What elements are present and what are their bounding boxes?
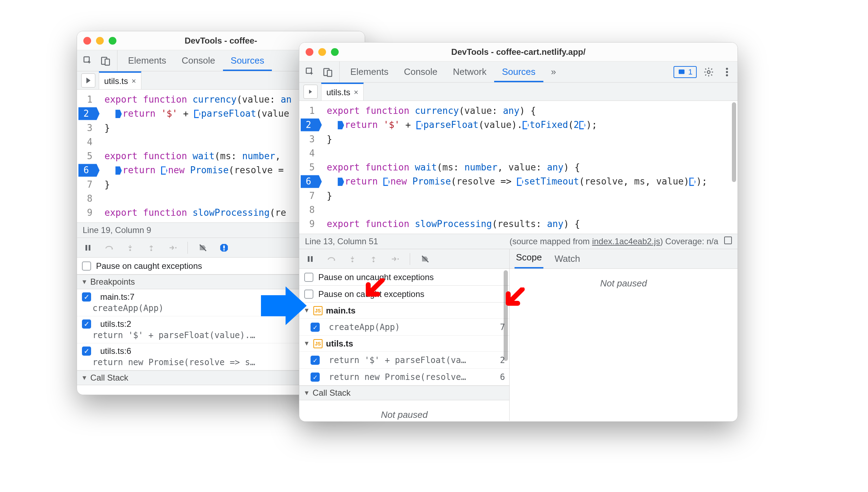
breakpoint-line[interactable]: ✓ return new Promise(resolve… 6 xyxy=(299,369,509,386)
breakpoint-file-node[interactable]: ▼ JS utils.ts xyxy=(299,336,509,352)
tab-console[interactable]: Console xyxy=(396,62,445,82)
deactivate-breakpoints-icon[interactable] xyxy=(419,253,431,265)
more-menu-icon[interactable] xyxy=(721,66,733,78)
editor-scrollbar[interactable] xyxy=(732,101,736,234)
svg-point-8 xyxy=(175,247,177,248)
not-paused-label: Not paused xyxy=(510,269,738,298)
svg-point-17 xyxy=(726,71,728,73)
tab-console[interactable]: Console xyxy=(174,50,223,71)
editor-statusbar: Line 13, Column 51 (source mapped from i… xyxy=(299,234,738,249)
devtools-window-right: DevTools - coffee-cart.netlify.app/ Elem… xyxy=(299,42,738,422)
device-toolbar-icon[interactable] xyxy=(99,54,112,67)
gutter[interactable]: 1 2 3 4 5 6 7 8 9 xyxy=(77,90,100,222)
breakpoint-line[interactable]: ✓ return '$' + parseFloat(va… 2 xyxy=(299,352,509,369)
pause-uncaught-row[interactable]: Pause on uncaught exceptions xyxy=(299,269,509,286)
close-tab-icon[interactable]: × xyxy=(354,88,358,97)
file-tab-label: utils.ts xyxy=(104,76,128,86)
close-tab-icon[interactable]: × xyxy=(132,77,136,86)
svg-point-15 xyxy=(707,71,710,73)
checkbox-icon[interactable]: ✓ xyxy=(311,356,320,365)
svg-rect-14 xyxy=(679,69,685,74)
debugger-toolbar xyxy=(299,249,509,269)
checkbox-icon[interactable]: ✓ xyxy=(82,347,91,356)
checkbox-icon[interactable]: ✓ xyxy=(82,292,91,302)
file-tabstrip: utils.ts × xyxy=(299,83,738,101)
svg-rect-13 xyxy=(327,70,332,77)
checkbox-icon[interactable]: ✓ xyxy=(82,319,91,329)
tab-scope[interactable]: Scope xyxy=(515,248,543,268)
tab-network[interactable]: Network xyxy=(445,62,494,82)
pause-icon[interactable] xyxy=(82,242,94,254)
svg-point-23 xyxy=(373,260,375,262)
tab-watch[interactable]: Watch xyxy=(553,249,582,268)
pause-exceptions-icon[interactable] xyxy=(218,242,230,254)
tab-sources[interactable]: Sources xyxy=(494,62,543,82)
svg-rect-19 xyxy=(308,256,309,262)
svg-point-18 xyxy=(726,74,728,76)
svg-point-24 xyxy=(397,258,399,260)
scope-watch-tabs: Scope Watch xyxy=(510,249,738,269)
gutter[interactable]: 1 2 3 4 5 6 7 8 9 xyxy=(299,101,322,234)
step-out-icon[interactable] xyxy=(145,242,157,254)
step-into-icon[interactable] xyxy=(346,253,358,265)
code-editor[interactable]: 1 2 3 4 5 6 7 8 9 export function curren… xyxy=(299,101,738,234)
breakpoint-file-node[interactable]: ▼ JS main.ts xyxy=(299,303,509,319)
step-over-icon[interactable] xyxy=(103,242,115,254)
svg-point-16 xyxy=(726,67,728,70)
deactivate-breakpoints-icon[interactable] xyxy=(197,242,209,254)
step-icon[interactable] xyxy=(166,242,178,254)
settings-icon[interactable] xyxy=(702,66,715,78)
navigator-toggle-icon[interactable] xyxy=(81,73,95,88)
disclosure-triangle-icon: ▼ xyxy=(304,340,310,347)
device-toolbar-icon[interactable] xyxy=(321,65,334,79)
svg-point-22 xyxy=(352,260,353,262)
svg-rect-9 xyxy=(223,245,225,248)
cursor-position: Line 13, Column 51 xyxy=(305,237,378,246)
tab-sources[interactable]: Sources xyxy=(223,50,272,71)
svg-rect-4 xyxy=(89,245,90,251)
checkbox-icon[interactable] xyxy=(304,273,313,282)
pause-icon[interactable] xyxy=(304,253,316,265)
tab-elements[interactable]: Elements xyxy=(120,50,174,71)
issues-badge[interactable]: 1 xyxy=(674,66,697,78)
file-tab-label: utils.ts xyxy=(326,88,350,97)
navigator-toggle-icon[interactable] xyxy=(304,85,318,99)
checkbox-icon[interactable] xyxy=(82,261,91,271)
disclosure-triangle-icon: ▼ xyxy=(81,278,88,286)
disclosure-triangle-icon: ▼ xyxy=(81,374,88,382)
file-tab-utils[interactable]: utils.ts × xyxy=(99,71,141,89)
annotation-red-arrow xyxy=(503,287,528,312)
step-icon[interactable] xyxy=(389,253,401,265)
inspect-element-icon[interactable] xyxy=(304,65,317,79)
checkbox-icon[interactable]: ✓ xyxy=(311,373,320,382)
file-tab-utils[interactable]: utils.ts × xyxy=(321,83,364,101)
svg-rect-2 xyxy=(105,59,110,65)
js-file-icon: JS xyxy=(313,306,323,315)
svg-point-7 xyxy=(151,249,152,251)
svg-point-21 xyxy=(334,259,335,261)
step-out-icon[interactable] xyxy=(368,253,379,265)
svg-rect-3 xyxy=(85,245,87,251)
more-tabs-icon[interactable]: » xyxy=(543,62,564,82)
tab-elements[interactable]: Elements xyxy=(343,62,396,82)
window-title: DevTools - coffee-cart.netlify.app/ xyxy=(299,47,738,57)
annotation-red-arrow xyxy=(363,278,388,303)
disclosure-triangle-icon: ▼ xyxy=(304,389,310,397)
titlebar: DevTools - coffee-cart.netlify.app/ xyxy=(299,43,738,62)
coverage-popout-icon[interactable] xyxy=(724,237,732,244)
pause-caught-label: Pause on caught exceptions xyxy=(96,261,202,271)
svg-rect-20 xyxy=(311,256,313,262)
inspect-element-icon[interactable] xyxy=(81,54,95,67)
svg-point-5 xyxy=(111,248,113,250)
source-map-link[interactable]: index.1ac4eab2.js xyxy=(592,237,660,246)
source-mapped-info: (source mapped from index.1ac4eab2.js) C… xyxy=(510,237,732,246)
checkbox-icon[interactable]: ✓ xyxy=(311,323,320,332)
source-text: export function currency(value: any) { r… xyxy=(322,101,712,234)
step-over-icon[interactable] xyxy=(325,253,337,265)
svg-rect-10 xyxy=(223,249,225,250)
pause-caught-row[interactable]: Pause on caught exceptions xyxy=(299,286,509,303)
step-into-icon[interactable] xyxy=(124,242,136,254)
breakpoint-line[interactable]: ✓ createApp(App) 7 xyxy=(299,319,509,336)
source-text: export function currency(value: an retur… xyxy=(100,90,296,222)
callstack-header[interactable]: ▼ Call Stack xyxy=(299,386,509,400)
